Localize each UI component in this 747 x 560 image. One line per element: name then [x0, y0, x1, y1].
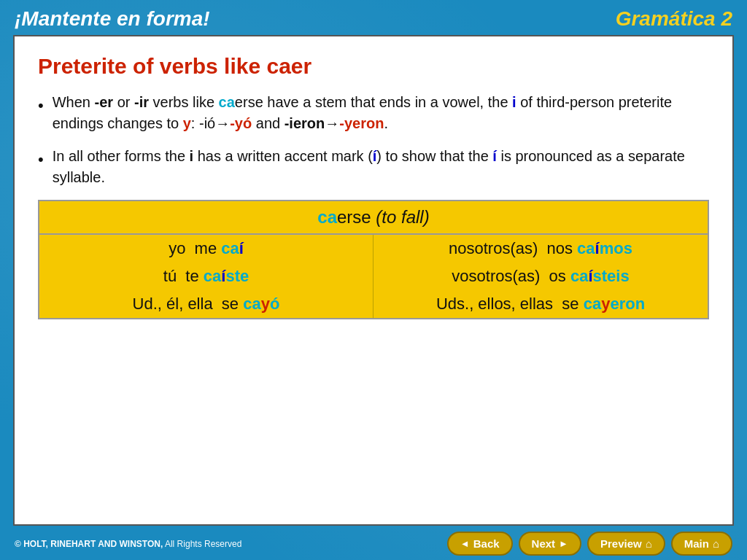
table-cell-3-left: Ud., él, ella se cayó	[39, 290, 374, 318]
cayó-form: cayó	[243, 295, 279, 313]
nav-buttons: ◄ Back Next ► Preview ⌂ Main ⌂	[447, 532, 732, 556]
next-label: Next	[532, 537, 556, 550]
content-card: Preterite of verbs like caer • When -er …	[13, 35, 734, 526]
caí-form: caí	[221, 239, 244, 257]
table-header: caerse (to fall)	[39, 201, 708, 235]
main-label: Main	[684, 537, 709, 550]
table-header-cyan: ca	[317, 207, 337, 227]
header-title-right: Gramática 2	[616, 7, 732, 31]
i-text-1: i	[512, 94, 516, 110]
caímos-i: í	[595, 239, 600, 257]
header-title-left: ¡Mantente en forma!	[15, 7, 210, 31]
i-accent-paren: í	[373, 148, 377, 164]
ca-text: ca	[219, 94, 235, 110]
conjugation-table: caerse (to fall) yo me caí nosotros(as) …	[38, 200, 709, 319]
table-cell-2-right: vosotros(as) os caísteis	[374, 262, 708, 290]
card-title: Preterite of verbs like caer	[38, 54, 709, 79]
back-arrow-icon: ◄	[460, 538, 470, 549]
i-plain: i	[190, 148, 194, 164]
table-cell-1-left: yo me caí	[39, 235, 374, 262]
cayó-y: y	[261, 295, 270, 313]
yeron-ending: -yeron	[339, 115, 384, 131]
cayeron-form: cayeron	[584, 295, 645, 313]
back-label: Back	[473, 537, 500, 550]
bullet-dot-1: •	[38, 94, 44, 117]
caíste-i: í	[221, 267, 225, 285]
bullet-text-1: When -er or -ir verbs like caerse have a…	[53, 92, 709, 134]
caí-i: í	[239, 239, 244, 257]
next-button[interactable]: Next ►	[519, 532, 581, 556]
copyright-bold: © HOLT, RINEHART AND WINSTON,	[15, 539, 163, 549]
preview-button[interactable]: Preview ⌂	[587, 532, 665, 556]
caísteis-form: caísteis	[570, 267, 630, 285]
main-button[interactable]: Main ⌂	[671, 532, 732, 556]
next-arrow-icon: ►	[559, 538, 568, 549]
table-cell-2-left: tú te caíste	[39, 262, 374, 290]
copyright-text: © HOLT, RINEHART AND WINSTON, All Rights…	[15, 539, 241, 549]
cayeron-y: y	[601, 295, 610, 313]
table-body: yo me caí nosotros(as) nos caímos tú te …	[39, 235, 708, 318]
caísteis-i: í	[588, 267, 592, 285]
bullet-dot-2: •	[38, 148, 44, 171]
caíste-form: caíste	[204, 267, 249, 285]
page-wrapper: ¡Mantente en forma! Gramática 2 Preterit…	[0, 0, 747, 560]
back-button[interactable]: ◄ Back	[447, 532, 513, 556]
table-header-normal: erse	[337, 207, 376, 227]
footer: © HOLT, RINEHART AND WINSTON, All Rights…	[0, 526, 747, 560]
table-cell-1-right: nosotros(as) nos caímos	[374, 235, 708, 262]
header: ¡Mantente en forma! Gramática 2	[0, 0, 747, 35]
ir-text: -ir	[134, 94, 149, 110]
bullet-item-2: • In all other forms the i has a written…	[38, 146, 709, 188]
preview-home-icon: ⌂	[646, 537, 652, 550]
bullet-item-1: • When -er or -ir verbs like caerse have…	[38, 92, 709, 134]
caímos-form: caímos	[577, 239, 632, 257]
y-text: y	[183, 115, 191, 131]
er-text: -er	[95, 94, 114, 110]
bullet-text-2: In all other forms the i has a written a…	[53, 146, 709, 188]
i-accent-2: í	[492, 148, 497, 164]
table-cell-3-right: Uds., ellos, ellas se cayeron	[374, 290, 708, 318]
table-header-italic: (to fall)	[376, 207, 429, 227]
ieron-text: -ieron	[285, 115, 325, 131]
yo-ending: -yó	[230, 115, 252, 131]
main-home-icon: ⌂	[713, 537, 719, 550]
preview-label: Preview	[600, 537, 642, 550]
